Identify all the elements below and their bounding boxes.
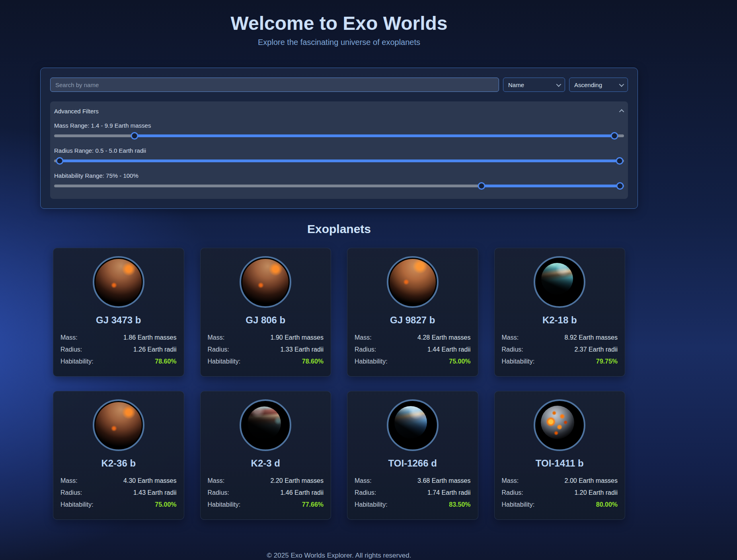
radius-row: Radius:1.44 Earth radii [355, 344, 471, 356]
planet-image [534, 256, 585, 308]
planet-image [93, 256, 144, 308]
mass-label: Mass: [502, 477, 519, 484]
mass-label: Mass: [355, 334, 372, 341]
habitability-value: 80.00% [596, 501, 618, 508]
planet-image [534, 399, 585, 451]
planet-card[interactable]: K2-36 b Mass:4.30 Earth masses Radius:1.… [53, 391, 184, 520]
planet-card[interactable]: GJ 9827 b Mass:4.28 Earth masses Radius:… [347, 248, 478, 377]
habitability-label: Habitability: [355, 358, 388, 365]
mass-value: 1.90 Earth masses [271, 334, 324, 341]
planet-card[interactable]: TOI-1411 b Mass:2.00 Earth masses Radius… [494, 391, 626, 520]
planet-sphere [390, 259, 436, 305]
radius-row: Radius:1.46 Earth radii [208, 487, 324, 499]
sort-by-select[interactable]: Name [503, 78, 565, 92]
advanced-filters-header[interactable]: Advanced Filters [54, 107, 624, 115]
planet-stats: Mass:8.92 Earth masses Radius:2.37 Earth… [502, 332, 618, 368]
mass-row: Mass:2.20 Earth masses [208, 475, 324, 487]
planet-sphere [242, 259, 289, 305]
habitability-label: Habitability: [208, 501, 241, 508]
mass-row: Mass:2.00 Earth masses [502, 475, 618, 487]
radius-label: Radius: [355, 489, 376, 496]
habitability-value: 78.60% [155, 358, 176, 365]
chevron-up-icon[interactable] [619, 109, 624, 114]
slider-fill [60, 159, 619, 162]
habitability-label: Habitability: [60, 501, 94, 508]
planet-stats: Mass:1.86 Earth masses Radius:1.26 Earth… [60, 332, 177, 368]
planet-stats: Mass:1.90 Earth masses Radius:1.33 Earth… [208, 332, 324, 368]
habitability-label: Habitability: [355, 501, 388, 508]
mass-filter-label: Mass Range: 1.4 - 9.9 Earth masses [54, 122, 624, 129]
planet-stats: Mass:3.68 Earth masses Radius:1.74 Earth… [355, 475, 471, 511]
planet-card[interactable]: K2-18 b Mass:8.92 Earth masses Radius:2.… [494, 248, 626, 377]
slider-fill [135, 134, 614, 137]
mass-label: Mass: [208, 334, 225, 341]
habitability-label: Habitability: [208, 358, 241, 365]
radius-label: Radius: [208, 346, 229, 353]
planet-card[interactable]: K2-3 d Mass:2.20 Earth masses Radius:1.4… [200, 391, 331, 520]
habitability-row: Habitability:78.60% [208, 356, 324, 368]
mass-row: Mass:3.68 Earth masses [355, 475, 471, 487]
habitability-row: Habitability:83.50% [355, 499, 471, 511]
slider-handle-max[interactable] [616, 157, 623, 165]
mass-value: 2.00 Earth masses [565, 477, 618, 484]
mass-filter-group: Mass Range: 1.4 - 9.9 Earth masses [54, 122, 624, 140]
radius-label: Radius: [60, 346, 82, 353]
habitability-range-slider[interactable] [54, 181, 624, 190]
mass-label: Mass: [60, 477, 78, 484]
page-header: Welcome to Exo Worlds Explore the fascin… [40, 0, 638, 47]
radius-value: 1.26 Earth radii [133, 346, 177, 353]
mass-value: 4.28 Earth masses [417, 334, 470, 341]
page-title: Welcome to Exo Worlds [40, 12, 638, 35]
planet-sphere [394, 406, 427, 439]
chevron-down-icon [556, 82, 562, 87]
slider-handle-max[interactable] [616, 182, 624, 190]
planet-name: TOI-1411 b [502, 457, 618, 469]
mass-value: 2.20 Earth masses [271, 477, 324, 484]
planet-card[interactable]: TOI-1266 d Mass:3.68 Earth masses Radius… [347, 391, 478, 520]
advanced-filters-title: Advanced Filters [54, 108, 99, 115]
planet-sphere [96, 259, 142, 305]
radius-value: 2.37 Earth radii [574, 346, 618, 353]
slider-handle-min[interactable] [131, 132, 138, 140]
radius-value: 1.74 Earth radii [427, 489, 471, 496]
radius-filter-label: Radius Range: 0.5 - 5.0 Earth radii [54, 147, 624, 154]
radius-row: Radius:1.43 Earth radii [60, 487, 177, 499]
planet-card[interactable]: GJ 806 b Mass:1.90 Earth masses Radius:1… [200, 248, 331, 377]
planet-stats: Mass:4.30 Earth masses Radius:1.43 Earth… [60, 475, 177, 511]
slider-handle-min[interactable] [56, 157, 64, 165]
planet-stats: Mass:4.28 Earth masses Radius:1.44 Earth… [355, 332, 471, 368]
planet-name: K2-3 d [208, 457, 324, 469]
planet-stats: Mass:2.00 Earth masses Radius:1.20 Earth… [502, 475, 618, 511]
habitability-label: Habitability: [60, 358, 94, 365]
search-input[interactable] [50, 78, 499, 92]
sort-order-value: Ascending [574, 82, 602, 88]
planet-name: TOI-1266 d [355, 457, 471, 469]
radius-range-slider[interactable] [54, 156, 624, 165]
habitability-filter-label: Habitability Range: 75% - 100% [54, 172, 624, 179]
mass-label: Mass: [208, 477, 225, 484]
sort-by-value: Name [508, 82, 524, 88]
radius-label: Radius: [60, 489, 82, 496]
planet-image [240, 399, 291, 451]
radius-value: 1.20 Earth radii [574, 489, 618, 496]
section-heading: Exoplanets [40, 223, 638, 235]
mass-row: Mass:1.90 Earth masses [208, 332, 324, 344]
planet-sphere [96, 402, 142, 448]
mass-label: Mass: [355, 477, 372, 484]
slider-handle-min[interactable] [478, 182, 485, 190]
mass-value: 4.30 Earth masses [123, 477, 176, 484]
mass-label: Mass: [502, 334, 519, 341]
habitability-value: 77.66% [302, 501, 324, 508]
radius-filter-group: Radius Range: 0.5 - 5.0 Earth radii [54, 147, 624, 165]
mass-value: 8.92 Earth masses [565, 334, 618, 341]
planet-name: K2-18 b [502, 314, 618, 326]
planet-card[interactable]: GJ 3473 b Mass:1.86 Earth masses Radius:… [53, 248, 184, 377]
radius-value: 1.44 Earth radii [427, 346, 471, 353]
slider-fill [482, 185, 620, 187]
advanced-filters-panel: Advanced Filters Mass Range: 1.4 - 9.9 E… [50, 101, 628, 199]
radius-row: Radius:1.33 Earth radii [208, 344, 324, 356]
sort-order-select[interactable]: Ascending [569, 78, 628, 92]
slider-handle-max[interactable] [610, 132, 618, 140]
mass-range-slider[interactable] [54, 131, 624, 140]
mass-row: Mass:8.92 Earth masses [502, 332, 618, 344]
